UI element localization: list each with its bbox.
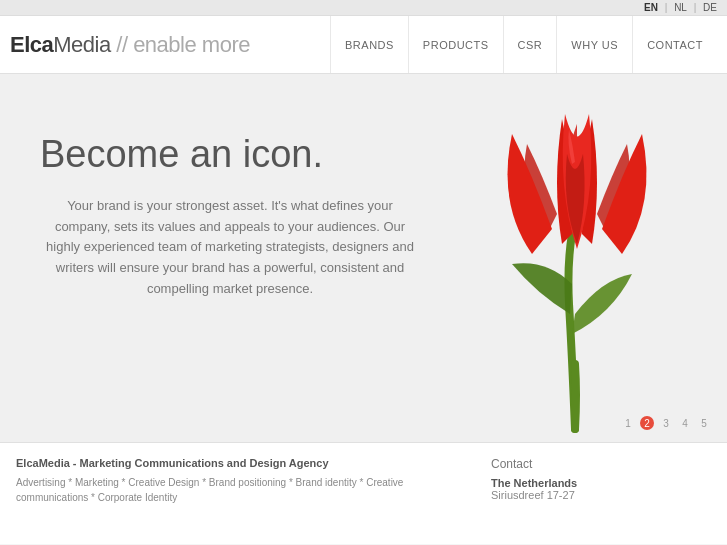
logo-media: Media — [53, 32, 110, 57]
hero-headline: Become an icon. — [40, 134, 420, 176]
language-bar: EN | NL | DE — [0, 0, 727, 16]
hero-body: Your brand is your strongest asset. It's… — [40, 196, 420, 300]
lang-sep-1: | — [665, 2, 668, 13]
footer-contact-address: Siriusdreef 17-27 — [491, 489, 711, 501]
nav-contact[interactable]: CONTACT — [632, 16, 717, 73]
lang-en[interactable]: EN — [644, 2, 658, 13]
logo: ElcaMedia // enable more — [10, 32, 250, 58]
footer-company-name: ElcaMedia - Marketing Communications and… — [16, 457, 471, 469]
page-2[interactable]: 2 — [640, 416, 654, 430]
logo-tagline: // enable more — [111, 32, 250, 57]
main-nav: BRANDS PRODUCTS CSR WHY US CONTACT — [330, 16, 717, 73]
footer-contact-country: The Netherlands — [491, 477, 711, 489]
footer: ElcaMedia - Marketing Communications and… — [0, 442, 727, 544]
lang-sep-2: | — [694, 2, 697, 13]
nav-products[interactable]: PRODUCTS — [408, 16, 503, 73]
header: ElcaMedia // enable more BRANDS PRODUCTS… — [0, 16, 727, 74]
page-3[interactable]: 3 — [659, 416, 673, 430]
footer-contact-label: Contact — [491, 457, 711, 471]
lang-nl[interactable]: NL — [674, 2, 687, 13]
nav-why-us[interactable]: WHY US — [556, 16, 632, 73]
page-5[interactable]: 5 — [697, 416, 711, 430]
hero-section: Become an icon. Your brand is your stron… — [0, 74, 727, 442]
footer-left: ElcaMedia - Marketing Communications and… — [16, 457, 471, 534]
lang-de[interactable]: DE — [703, 2, 717, 13]
footer-services: Advertising * Marketing * Creative Desig… — [16, 475, 471, 505]
logo-elca: Elca — [10, 32, 53, 57]
hero-text: Become an icon. Your brand is your stron… — [40, 134, 420, 300]
nav-csr[interactable]: CSR — [503, 16, 557, 73]
page-1[interactable]: 1 — [621, 416, 635, 430]
page-4[interactable]: 4 — [678, 416, 692, 430]
pagination: 1 2 3 4 5 — [621, 416, 711, 430]
footer-right: Contact The Netherlands Siriusdreef 17-2… — [491, 457, 711, 534]
nav-brands[interactable]: BRANDS — [330, 16, 408, 73]
tulip-image — [457, 74, 697, 434]
